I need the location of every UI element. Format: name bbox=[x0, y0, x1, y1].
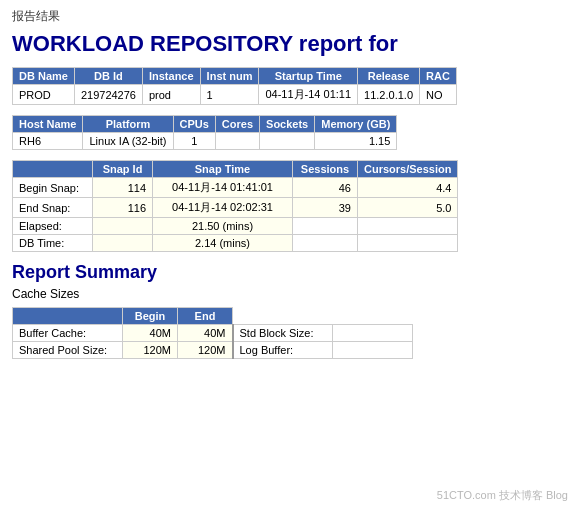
host-table-cell: 1 bbox=[173, 133, 215, 150]
snap-table-cell bbox=[293, 218, 358, 235]
snap-table-cell: 39 bbox=[293, 198, 358, 218]
host-table-cell bbox=[215, 133, 259, 150]
rac-header: RAC bbox=[420, 68, 457, 85]
snap-table-cell bbox=[358, 218, 458, 235]
inst-num-header: Inst num bbox=[200, 68, 259, 85]
db-table-cell: 04-11月-14 01:11 bbox=[259, 85, 358, 105]
snap-table-cell bbox=[293, 235, 358, 252]
snap-table-cell bbox=[93, 218, 153, 235]
cache-end-val: 120M bbox=[178, 342, 233, 359]
release-header: Release bbox=[358, 68, 420, 85]
host-table-cell: 1.15 bbox=[315, 133, 397, 150]
snap-table-cell bbox=[93, 235, 153, 252]
host-table-cell: RH6 bbox=[13, 133, 83, 150]
snap-table-cell: DB Time: bbox=[13, 235, 93, 252]
watermark: 51CTO.com 技术博客 Blog bbox=[437, 488, 568, 503]
instance-header: Instance bbox=[142, 68, 200, 85]
snap-table-cell: End Snap: bbox=[13, 198, 93, 218]
snap-table-cell: 116 bbox=[93, 198, 153, 218]
db-name-header: DB Name bbox=[13, 68, 75, 85]
db-table-cell: PROD bbox=[13, 85, 75, 105]
cache-extra-label: Std Block Size: bbox=[233, 325, 333, 342]
snap-table-cell: 46 bbox=[293, 178, 358, 198]
snap-table-cell: 04-11月-14 02:02:31 bbox=[153, 198, 293, 218]
breadcrumb: 报告结果 bbox=[12, 8, 566, 25]
report-summary-title: Report Summary bbox=[12, 262, 566, 283]
snap-time-header: Snap Time bbox=[153, 161, 293, 178]
report-title: WORKLOAD REPOSITORY report for bbox=[12, 31, 566, 57]
platform-header: Platform bbox=[83, 116, 173, 133]
snap-table-cell: Elapsed: bbox=[13, 218, 93, 235]
snap-table-cell: 21.50 (mins) bbox=[153, 218, 293, 235]
cores-header: Cores bbox=[215, 116, 259, 133]
memory-header: Memory (GB) bbox=[315, 116, 397, 133]
db-table-cell: 11.2.0.1.0 bbox=[358, 85, 420, 105]
startup-time-header: Startup Time bbox=[259, 68, 358, 85]
cache-end-val: 40M bbox=[178, 325, 233, 342]
cursors-header: Cursors/Session bbox=[358, 161, 458, 178]
snap-table-cell: 114 bbox=[93, 178, 153, 198]
db-id-header: DB Id bbox=[74, 68, 142, 85]
cache-begin-val: 40M bbox=[123, 325, 178, 342]
snap-table: Snap Id Snap Time Sessions Cursors/Sessi… bbox=[12, 160, 458, 252]
db-info-table: DB Name DB Id Instance Inst num Startup … bbox=[12, 67, 457, 105]
db-table-cell: 1 bbox=[200, 85, 259, 105]
snap-empty-header bbox=[13, 161, 93, 178]
snap-table-cell: 04-11月-14 01:41:01 bbox=[153, 178, 293, 198]
sockets-header: Sockets bbox=[260, 116, 315, 133]
cache-begin-val: 120M bbox=[123, 342, 178, 359]
cache-extra2-header bbox=[333, 308, 413, 325]
cache-begin-header: Begin bbox=[123, 308, 178, 325]
cache-row-label: Buffer Cache: bbox=[13, 325, 123, 342]
host-table-cell: Linux IA (32-bit) bbox=[83, 133, 173, 150]
db-table-cell: prod bbox=[142, 85, 200, 105]
host-name-header: Host Name bbox=[13, 116, 83, 133]
db-table-cell: 219724276 bbox=[74, 85, 142, 105]
snap-table-cell: 4.4 bbox=[358, 178, 458, 198]
snap-table-cell: 5.0 bbox=[358, 198, 458, 218]
cpus-header: CPUs bbox=[173, 116, 215, 133]
snap-id-header: Snap Id bbox=[93, 161, 153, 178]
db-table-cell: NO bbox=[420, 85, 457, 105]
cache-end-header: End bbox=[178, 308, 233, 325]
snap-table-cell: Begin Snap: bbox=[13, 178, 93, 198]
cache-extra1-header bbox=[233, 308, 333, 325]
host-info-table: Host Name Platform CPUs Cores Sockets Me… bbox=[12, 115, 397, 150]
sessions-header: Sessions bbox=[293, 161, 358, 178]
cache-row-label: Shared Pool Size: bbox=[13, 342, 123, 359]
cache-empty-header bbox=[13, 308, 123, 325]
cache-sizes-label: Cache Sizes bbox=[12, 287, 566, 301]
cache-extra-val bbox=[333, 325, 413, 342]
snap-table-cell bbox=[358, 235, 458, 252]
cache-extra-val bbox=[333, 342, 413, 359]
cache-table: Begin End Buffer Cache:40M40MStd Block S… bbox=[12, 307, 413, 359]
cache-extra-label: Log Buffer: bbox=[233, 342, 333, 359]
host-table-cell bbox=[260, 133, 315, 150]
snap-table-cell: 2.14 (mins) bbox=[153, 235, 293, 252]
